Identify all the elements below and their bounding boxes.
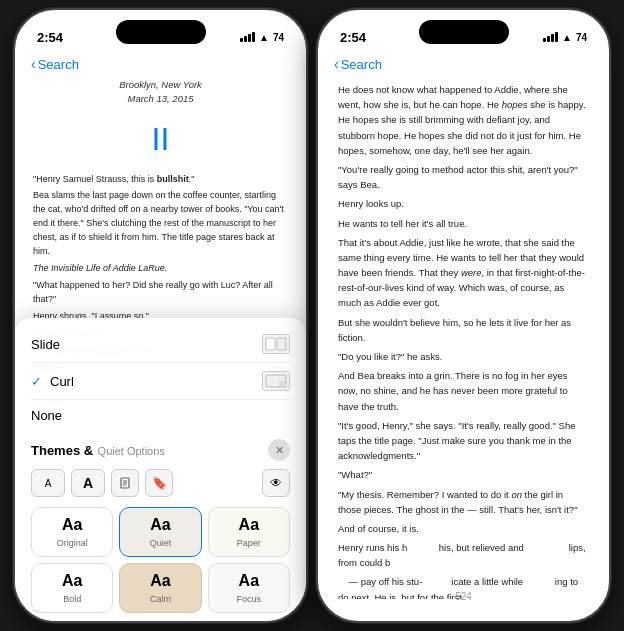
nav-bar-left: ‹ Search (15, 54, 306, 78)
phones-container: 2:54 ▲ 74 ‹ Search Brooklyn, Ne (5, 0, 619, 631)
read-para-8: And Bea breaks into a grin. There is no … (338, 368, 589, 414)
theme-paper-sample: Aa (239, 516, 259, 534)
font-increase-button[interactable]: A (71, 469, 105, 497)
read-para-1: He does not know what happened to Addie,… (338, 82, 589, 158)
back-button-right[interactable]: ‹ Search (334, 56, 382, 72)
read-para-6: But she wouldn't believe him, so he lets… (338, 315, 589, 345)
curl-check-icon: ✓ (31, 374, 42, 389)
page-number: 524 (455, 589, 472, 599)
theme-quiet-card[interactable]: Aa Quiet (119, 507, 201, 557)
signal-left (240, 32, 255, 42)
book-para-2: Bea slams the last page down on the coff… (33, 189, 288, 259)
signal-right (543, 32, 558, 42)
read-para-3: Henry looks up. (338, 196, 589, 211)
read-para-5: That it's about Addie, just like he wrot… (338, 235, 589, 311)
read-para-10: "What?" (338, 467, 589, 482)
theme-original-card[interactable]: Aa Original (31, 507, 113, 557)
theme-original-label: Original (57, 538, 88, 548)
chevron-right-icon: ‹ (334, 56, 339, 72)
left-phone: 2:54 ▲ 74 ‹ Search Brooklyn, Ne (13, 8, 308, 623)
theme-grid: Aa Original Aa Quiet Aa Paper Aa Bold (31, 507, 290, 613)
theme-paper-label: Paper (237, 538, 261, 548)
anim-slide-row[interactable]: Slide (31, 326, 290, 363)
read-para-9: "It's good, Henry," she says. "It's real… (338, 418, 589, 464)
reading-content: He does not know what happened to Addie,… (318, 78, 609, 599)
font-bookmark-button[interactable]: 🔖 (145, 469, 173, 497)
eye-button[interactable]: 👁 (262, 469, 290, 497)
read-para-13: Henry runs his h his, but relieved and l… (338, 540, 589, 570)
read-para-7: "Do you like it?" he asks. (338, 349, 589, 364)
anim-curl-label: Curl (50, 374, 74, 389)
wifi-icon-left: ▲ (259, 32, 269, 43)
anim-slide-label: Slide (31, 337, 60, 352)
wifi-icon-right: ▲ (562, 32, 572, 43)
theme-quiet-sample: Aa (150, 516, 170, 534)
read-para-4: He wants to tell her it's all true. (338, 216, 589, 231)
curl-icon (262, 371, 290, 391)
read-para-2: "You're really going to method actor thi… (338, 162, 589, 192)
dynamic-island-left (116, 20, 206, 44)
anim-curl-row[interactable]: ✓ Curl (31, 363, 290, 400)
theme-paper-card[interactable]: Aa Paper (208, 507, 290, 557)
svg-rect-0 (266, 338, 275, 350)
theme-calm-sample: Aa (150, 572, 170, 590)
time-right: 2:54 (340, 30, 366, 45)
back-button-left[interactable]: ‹ Search (31, 56, 79, 72)
theme-bold-label: Bold (63, 594, 81, 604)
svg-rect-1 (277, 338, 286, 350)
animation-options: Slide ✓ Curl (15, 318, 306, 435)
status-icons-left: ▲ 74 (240, 32, 284, 43)
theme-quiet-label: Quiet (150, 538, 172, 548)
slide-icon (262, 334, 290, 354)
book-para-3: The Invisible Life of Addie LaRue. (33, 262, 288, 276)
theme-bold-sample: Aa (62, 572, 82, 590)
nav-bar-right: ‹ Search (318, 54, 609, 78)
theme-focus-card[interactable]: Aa Focus (208, 563, 290, 613)
read-para-12: And of course, it is. (338, 521, 589, 536)
dynamic-island-right (419, 20, 509, 44)
themes-title: Themes & (31, 443, 93, 458)
theme-original-sample: Aa (62, 516, 82, 534)
panel-overlay: Slide ✓ Curl (15, 318, 306, 621)
theme-bold-card[interactable]: Aa Bold (31, 563, 113, 613)
battery-right: 74 (576, 32, 587, 43)
chapter-number: II (33, 115, 288, 163)
back-label-left: Search (38, 57, 79, 72)
read-para-11: "My thesis. Remember? I wanted to do it … (338, 487, 589, 517)
book-para-4: "What happened to her? Did she really go… (33, 279, 288, 307)
theme-focus-label: Focus (237, 594, 262, 604)
battery-left: 74 (273, 32, 284, 43)
chevron-left-icon: ‹ (31, 56, 36, 72)
font-style-button[interactable] (111, 469, 139, 497)
book-header: Brooklyn, New York March 13, 2015 (33, 78, 288, 107)
theme-calm-label: Calm (150, 594, 171, 604)
theme-calm-card[interactable]: Aa Calm (119, 563, 201, 613)
reading-text: He does not know what happened to Addie,… (338, 82, 589, 599)
back-label-right: Search (341, 57, 382, 72)
status-icons-right: ▲ 74 (543, 32, 587, 43)
time-left: 2:54 (37, 30, 63, 45)
theme-focus-sample: Aa (239, 572, 259, 590)
book-para-1: "Henry Samuel Strauss, this is bullshit.… (33, 173, 288, 187)
anim-none-row[interactable]: None (31, 400, 290, 431)
font-decrease-button[interactable]: A (31, 469, 65, 497)
themes-header: Themes & Quiet Options ✕ (31, 439, 290, 461)
header-line1: Brooklyn, New York (33, 78, 288, 92)
themes-subtitle: Quiet Options (98, 445, 165, 457)
anim-none-label: None (31, 408, 62, 423)
right-phone: 2:54 ▲ 74 ‹ Search He does not (316, 8, 611, 623)
themes-section: Themes & Quiet Options ✕ A A (15, 435, 306, 613)
font-controls: A A 🔖 👁 (31, 469, 290, 497)
header-line2: March 13, 2015 (33, 92, 288, 106)
close-button[interactable]: ✕ (268, 439, 290, 461)
